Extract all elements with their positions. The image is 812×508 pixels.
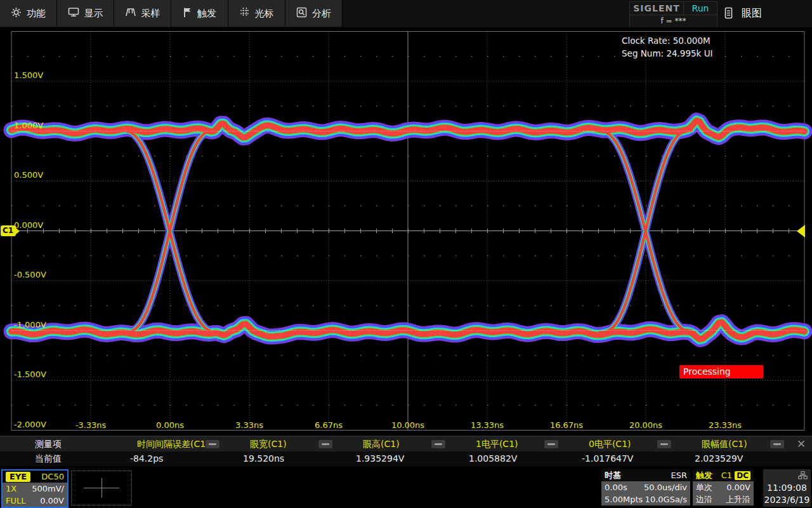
measurement-value: 当前值	[35, 451, 62, 466]
measurement-name: 0电平(C1)	[589, 437, 631, 451]
remove-measurement-button[interactable]	[657, 440, 671, 448]
measurement-column: 0电平(C1)-1.017647V	[565, 437, 678, 466]
remove-measurement-button[interactable]	[770, 440, 784, 448]
menu-item-trigger-flag[interactable]: 触发	[171, 0, 228, 27]
voltage-tick-label: 1.000V	[14, 121, 43, 130]
eye-diagram-icon	[723, 7, 734, 20]
analyze-icon	[296, 7, 307, 20]
measurement-value: 1.005882V	[469, 451, 517, 466]
top-menu-bar: 功能显示采样触发光标分析 SIGLENT Run f = *** 眼图	[0, 0, 812, 27]
time-tick-label: 20.00ns	[629, 420, 662, 430]
gear-icon	[11, 7, 22, 20]
trigger-sweep-mode: 单次	[696, 482, 712, 493]
sampling-icon	[125, 7, 136, 20]
channel-coupling: DC50	[41, 472, 64, 481]
measurement-name: 1电平(C1)	[476, 437, 518, 451]
frequency-readout: f = ***	[630, 15, 717, 27]
time-tick-label: 6.67ns	[315, 420, 343, 430]
close-measurements-button[interactable]: ✕	[793, 438, 809, 451]
remove-measurement-button[interactable]	[544, 440, 558, 448]
empty-channel-slot[interactable]	[71, 471, 132, 505]
remove-measurement-button[interactable]	[431, 440, 445, 448]
channel-mode-badge: EYE	[6, 472, 30, 482]
timebase-title: 时基	[605, 470, 621, 481]
voltage-tick-label: 1.500V	[14, 70, 43, 80]
trigger-slope: 上升沿	[726, 494, 750, 505]
measurement-column: 眼宽(C1)19.520ns	[226, 437, 339, 466]
menu-item-eye-diagram[interactable]: 眼图	[723, 0, 793, 27]
run-status[interactable]: Run	[683, 2, 717, 15]
measurement-column: 眼幅值(C1)2.023529V	[678, 437, 790, 466]
lan-network-icon	[798, 471, 808, 479]
zero-level-gridline	[11, 330, 804, 331]
segment-count-readout: Seg Num: 24.995k UI	[622, 48, 713, 58]
menu-item-analyze[interactable]: 分析	[285, 0, 343, 27]
channel-1-tile[interactable]: EYE DC50 1X 500mV/ FULL 0.00V	[1, 469, 69, 508]
trigger-type: 边沿	[696, 494, 712, 505]
eye-menu-label: 眼图	[742, 7, 762, 20]
measurement-name: 测量项	[35, 437, 62, 451]
menu-item-sampling[interactable]: 采样	[114, 0, 171, 27]
time-tick-label: 3.33ns	[235, 420, 263, 430]
remove-measurement-button[interactable]	[318, 440, 332, 448]
close-icon: ✕	[797, 438, 806, 450]
menu-item-label: 光标	[255, 8, 274, 20]
acquisition-status-box: SIGLENT Run f = ***	[629, 1, 717, 28]
time-tick-label: 10.00ns	[391, 420, 424, 430]
menu-item-label: 触发	[197, 8, 216, 20]
datetime-tile: 11:09:08 2023/6/19	[763, 469, 811, 507]
trigger-coupling-badge: DC	[735, 471, 750, 480]
trigger-source: C1	[721, 471, 732, 480]
trigger-flag-icon	[183, 7, 192, 20]
time-tick-label: 13.33ns	[471, 420, 504, 430]
time-tick-label: 16.67ns	[550, 420, 583, 430]
measurement-column: 眼高(C1)1.935294V	[339, 437, 452, 466]
measurement-name: 眼幅值(C1)	[702, 437, 747, 451]
menu-item-label: 显示	[84, 8, 103, 20]
measurement-name: 眼宽(C1)	[250, 437, 287, 451]
menu-item-cursor-grid[interactable]: 光标	[228, 0, 285, 27]
cursor-grid-icon	[240, 7, 250, 20]
measurement-value: -1.017647V	[582, 451, 633, 466]
measurement-column: 时间间隔误差(C1)-84.2ps	[113, 437, 226, 466]
timebase-tile[interactable]: 时基 ESR 0.00s 50.0us/div 5.00Mpts 10.0GSa…	[601, 469, 690, 507]
voltage-tick-label: 0.500V	[14, 170, 43, 180]
measurement-name: 时间间隔误差(C1)	[137, 437, 209, 451]
one-level-gridline	[11, 131, 804, 131]
menu-item-label: 采样	[141, 8, 160, 20]
channel-1-offset-marker[interactable]: C1	[1, 225, 16, 236]
measurement-column: 1电平(C1)1.005882V	[452, 437, 565, 466]
measurement-row-headers: 测量项当前值	[0, 437, 113, 466]
timebase-scale: 50.0us/div	[644, 483, 687, 492]
channel-scale: 500mV/	[32, 484, 64, 493]
menu-item-gear[interactable]: 功能	[0, 0, 57, 27]
timebase-sample-rate: 10.0GSa/s	[645, 495, 687, 504]
siglent-logo: SIGLENT	[630, 3, 683, 13]
voltage-tick-label: -1.000V	[14, 320, 46, 330]
voltage-tick-label: -2.000V	[14, 420, 46, 429]
voltage-tick-label: -1.500V	[14, 370, 46, 379]
channel-bandwidth: FULL	[6, 496, 25, 505]
trigger-tile[interactable]: 触发 C1 DC 单次 0.00V 边沿 上升沿	[693, 469, 754, 507]
measurement-bar: 测量项当前值时间间隔误差(C1)-84.2ps眼宽(C1)19.520ns眼高(…	[0, 437, 812, 466]
trigger-title: 触发	[696, 470, 712, 481]
bottom-dock: EYE DC50 1X 500mV/ FULL 0.00V 时基 ESR 0.0…	[0, 468, 812, 508]
time-tick-label: 23.33ns	[709, 420, 742, 430]
trigger-level: 0.00V	[726, 483, 750, 492]
trigger-level-marker[interactable]	[797, 225, 805, 237]
crosshair-icon	[102, 478, 102, 498]
waveform-display: 1.500V1.000V0.500V0.000V-0.500V-1.000V-1…	[0, 27, 812, 436]
menu-item-label: 功能	[27, 8, 46, 20]
channel-probe: 1X	[6, 484, 16, 493]
remove-measurement-button[interactable]	[206, 440, 219, 448]
menu-item-display[interactable]: 显示	[57, 0, 114, 27]
clock-date: 2023/6/19	[763, 495, 811, 505]
channel-offset: 0.00V	[40, 496, 64, 505]
measurement-value: 1.935294V	[356, 451, 404, 466]
voltage-tick-label: -0.500V	[14, 270, 46, 279]
timebase-mode: ESR	[671, 471, 688, 480]
measurement-value: 19.520ns	[243, 451, 284, 466]
timebase-points: 5.00Mpts	[605, 495, 643, 504]
menu-item-label: 分析	[312, 8, 331, 20]
time-tick-label: -3.33ns	[75, 420, 107, 430]
